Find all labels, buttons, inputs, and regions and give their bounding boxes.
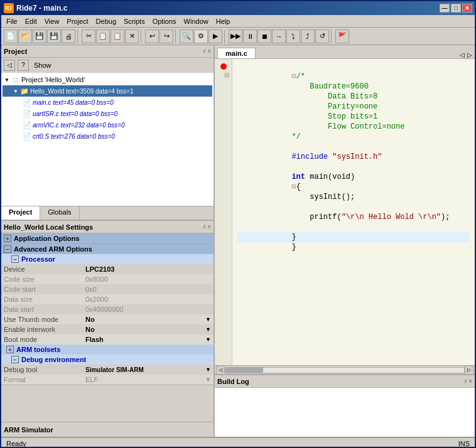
maximize-button[interactable]: □ <box>451 4 461 13</box>
project-back-button[interactable]: ◁ <box>4 60 15 71</box>
menu-window[interactable]: Window <box>180 16 212 26</box>
main-container: Project ♯ × ◁ ? Show ▼ □ Project 'Hello_… <box>1 45 475 437</box>
flag-button[interactable]: 🚩 <box>335 29 349 43</box>
menu-edit[interactable]: Edit <box>21 16 41 26</box>
project-help-button[interactable]: ? <box>18 60 29 71</box>
arm-toolsets-collapse[interactable]: + <box>6 346 14 353</box>
tree-file-icon-1: 📄 <box>23 109 31 118</box>
debug-step-button[interactable]: → <box>272 29 286 43</box>
settings-panel-title: Hello_World Local Settings <box>4 223 93 231</box>
build-log-dock-button[interactable]: ♯ <box>464 378 467 385</box>
project-tree[interactable]: ▼ □ Project 'Hello_World' ▼ 📁 Hello_Worl… <box>1 73 214 206</box>
debug-run-button[interactable]: ▶▶ <box>229 29 242 43</box>
menu-scripts[interactable]: Scripts <box>120 16 149 26</box>
app-options-header[interactable]: + Application Options <box>1 233 214 243</box>
delete-button[interactable]: ✕ <box>125 29 139 43</box>
debug-env-header[interactable]: − Debug environment <box>1 355 214 365</box>
menu-file[interactable]: File <box>3 16 21 26</box>
save-button[interactable]: 💾 <box>33 29 46 43</box>
editor-gutter: ⊟ <box>215 59 232 365</box>
thumb-mode-value[interactable]: No ▼ <box>85 316 211 323</box>
debug-stop-button[interactable]: ⏹ <box>257 29 271 43</box>
tree-file-crt[interactable]: 📄 crt0.S text=276 data=0 bss=0 <box>3 131 212 142</box>
build-log-close-button[interactable]: × <box>468 378 472 385</box>
tree-file-label-0: main.c text=45 data=0 bss=0 <box>33 99 114 106</box>
editor-container[interactable]: ⊟ ⊟/* Baudrate=9600 Data Bits=8 <box>215 59 475 365</box>
tree-file-main[interactable]: 📄 main.c text=45 data=0 bss=0 <box>3 97 212 108</box>
debug-pause-button[interactable]: ⏸ <box>243 29 257 43</box>
project-close-button[interactable]: × <box>207 48 211 55</box>
menu-help[interactable]: Help <box>212 16 234 26</box>
arm-options-collapse[interactable]: − <box>4 245 11 253</box>
editor-content[interactable]: ⊟/* Baudrate=9600 Data Bits=8 Parity=non… <box>232 59 475 365</box>
interwork-label: Enable interwork <box>4 326 85 333</box>
arm-options-header[interactable]: − Advanced ARM Options <box>1 244 214 254</box>
tree-file-arm[interactable]: 📄 armVIC.c text=232 data=0 bss=0 <box>3 119 212 131</box>
tree-hello-world[interactable]: ▼ 📁 Hello_World text=3509 data=4 bss=1 <box>3 85 212 97</box>
arm-toolsets-header[interactable]: + ARM toolsets <box>1 344 214 355</box>
settings-panel: Hello_World Local Settings ♯ × + Applica… <box>1 221 214 437</box>
redo-button[interactable]: ↪ <box>160 29 173 43</box>
menu-view[interactable]: View <box>41 16 63 26</box>
copy-button[interactable]: 📋 <box>96 29 110 43</box>
debug-env-collapse[interactable]: − <box>11 356 19 363</box>
project-dock-button[interactable]: ♯ <box>203 48 206 55</box>
scroll-right-button[interactable]: ▷ <box>465 366 473 375</box>
menu-options[interactable]: Options <box>149 16 180 26</box>
editor-next-tab[interactable]: ▷ <box>467 51 472 58</box>
open-button[interactable]: 📂 <box>18 29 32 43</box>
editor-hscrollbar[interactable]: ◁ ▷ <box>215 365 475 374</box>
debug-step-out-button[interactable]: ⤴ <box>301 29 315 43</box>
editor-prev-tab[interactable]: ◁ <box>460 51 465 58</box>
sep1 <box>77 29 80 43</box>
menu-debug[interactable]: Debug <box>92 16 120 26</box>
tree-hw-label: Hello_World text=3509 data=4 bss=1 <box>30 88 134 95</box>
minimize-button[interactable]: — <box>440 4 450 13</box>
hscrollbar-track[interactable] <box>225 367 465 373</box>
undo-button[interactable]: ↩ <box>145 29 159 43</box>
interwork-value[interactable]: No ▼ <box>85 326 211 333</box>
find-button[interactable]: 🔍 <box>180 29 193 43</box>
project-panel: Project ♯ × ◁ ? Show ▼ □ Project 'Hello_… <box>1 45 214 221</box>
print-button[interactable]: 🖨 <box>62 29 75 43</box>
section-arm-options: − Advanced ARM Options − Processor Devic… <box>1 244 214 385</box>
tab-globals[interactable]: Globals <box>40 206 79 220</box>
format-label: Format <box>4 376 85 383</box>
app-options-collapse[interactable]: + <box>4 235 11 242</box>
fold-marker[interactable]: ⊟ <box>291 72 296 81</box>
new-file-button[interactable]: 📄 <box>4 29 18 43</box>
processor-collapse[interactable]: − <box>11 255 19 263</box>
tree-root[interactable]: ▼ □ Project 'Hello_World' <box>3 74 212 85</box>
settings-scroll[interactable]: + Application Options − Advanced ARM Opt… <box>1 233 214 422</box>
debug-tool-value[interactable]: Simulator SIM-ARM ▼ <box>85 366 211 373</box>
debug-reset-button[interactable]: ↺ <box>315 29 329 43</box>
tree-root-arrow[interactable]: ▼ <box>4 77 10 83</box>
data-start-label: Data start <box>4 306 85 313</box>
debug-step-over-button[interactable]: ⤵ <box>286 29 300 43</box>
menu-project[interactable]: Project <box>63 16 92 26</box>
build-button[interactable]: ▶ <box>208 29 222 43</box>
sep5 <box>331 29 333 43</box>
status-ins: INS <box>458 440 470 447</box>
settings-dock-button[interactable]: ♯ <box>203 223 206 230</box>
boot-mode-value[interactable]: Flash ▼ <box>85 336 211 343</box>
processor-label: Processor <box>21 255 55 263</box>
arm-simulator-label: ARM Simulator <box>4 426 53 434</box>
tree-hw-arrow[interactable]: ▼ <box>13 88 19 94</box>
build-log-content[interactable] <box>215 388 475 437</box>
fold-marker-2[interactable]: ⊟ <box>291 183 296 191</box>
close-button[interactable]: ✕ <box>462 4 472 13</box>
editor-area: main.c ◁ ▷ ⊟ ⊟/* <box>215 45 475 374</box>
paste-button[interactable]: 📋 <box>111 29 124 43</box>
compile-button[interactable]: ⚙ <box>194 29 208 43</box>
tab-project[interactable]: Project <box>1 206 40 220</box>
scroll-left-button[interactable]: ◁ <box>216 366 225 375</box>
hscrollbar-thumb[interactable] <box>225 368 263 373</box>
settings-close-button[interactable]: × <box>207 223 211 230</box>
editor-tab-main[interactable]: main.c <box>217 48 256 58</box>
save-all-button[interactable]: 💾 <box>47 29 61 43</box>
cut-button[interactable]: ✂ <box>82 29 95 43</box>
sep2 <box>141 29 143 43</box>
processor-header[interactable]: − Processor <box>1 254 214 264</box>
tree-file-uart[interactable]: 📄 uartISR.c text=0 data=0 bss=0 <box>3 108 212 119</box>
